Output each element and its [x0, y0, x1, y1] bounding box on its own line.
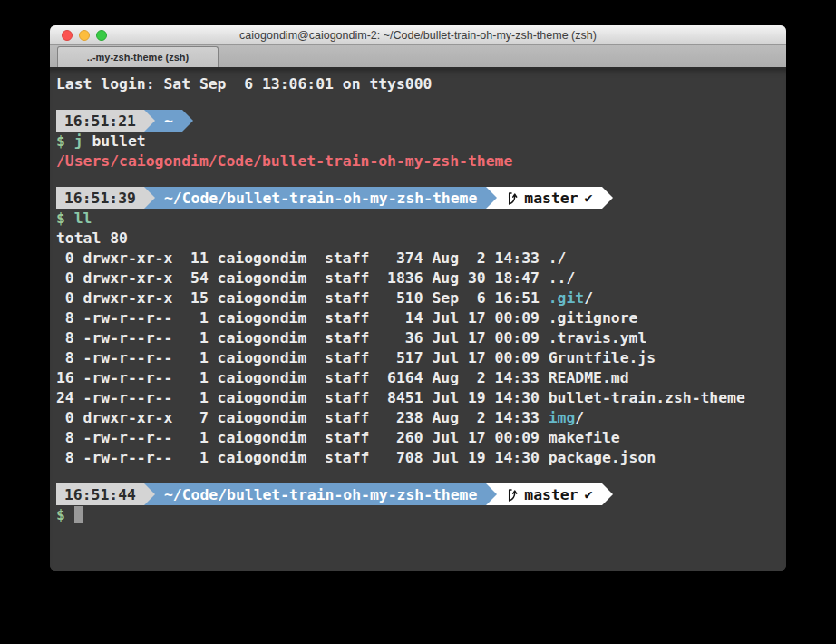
terminal-window: caiogondim@caiogondim-2: ~/Code/bullet-t… — [50, 25, 786, 571]
terminal-screen[interactable]: Last login: Sat Sep 6 13:06:01 on ttys00… — [50, 69, 786, 571]
powerline-arrow-icon — [486, 187, 497, 209]
prompt-char: $ — [56, 132, 65, 150]
close-button-icon[interactable] — [62, 30, 73, 41]
file-name: img — [549, 409, 576, 426]
file-row: 0 drwxr-xr-x 15 caiogondim staff 510 Sep… — [56, 288, 786, 308]
file-meta: 0 drwxr-xr-x 7 caiogondim staff 238 Aug … — [56, 409, 549, 426]
title-bar[interactable]: caiogondim@caiogondim-2: ~/Code/bullet-t… — [50, 25, 786, 45]
prompt-time: 16:51:44 — [64, 486, 136, 503]
git-branch-name: master — [524, 486, 578, 503]
file-meta: 8 -rw-r--r-- 1 caiogondim staff 36 Jul 1… — [56, 329, 549, 346]
file-row: 16 -rw-r--r-- 1 caiogondim staff 6164 Au… — [56, 368, 786, 388]
zoom-button-icon[interactable] — [96, 30, 107, 41]
file-row: 8 -rw-r--r-- 1 caiogondim staff 517 Jul … — [56, 348, 786, 368]
file-meta: 24 -rw-r--r-- 1 caiogondim staff 8451 Ju… — [56, 389, 549, 406]
shell-prompt: 16:51:39 ~/Code/bullet-train-oh-my-zsh-t… — [56, 187, 786, 209]
file-name: bullet-train.zsh-theme — [549, 389, 745, 406]
file-meta: 8 -rw-r--r-- 1 caiogondim staff 708 Jul … — [56, 449, 549, 466]
file-meta: 0 drwxr-xr-x 54 caiogondim staff 1836 Au… — [56, 269, 549, 287]
last-login-line: Last login: Sat Sep 6 13:06:01 on ttys00… — [56, 74, 786, 94]
minimize-button-icon[interactable] — [79, 30, 90, 41]
powerline-arrow-icon — [182, 110, 193, 132]
file-name: .git — [549, 289, 584, 307]
file-name: .travis.yml — [549, 329, 647, 346]
file-name: README.md — [549, 369, 629, 386]
tab-label: ..-my-zsh-theme (zsh) — [87, 52, 189, 63]
prompt-dir-segment: ~ — [155, 110, 182, 132]
powerline-arrow-icon — [144, 483, 155, 505]
shell-prompt: 16:51:21 ~ — [56, 110, 786, 132]
file-meta: 8 -rw-r--r-- 1 caiogondim staff 260 Jul … — [56, 429, 549, 446]
prompt-dir: ~/Code/bullet-train-oh-my-zsh-theme — [164, 486, 477, 503]
file-row: 0 drwxr-xr-x 54 caiogondim staff 1836 Au… — [56, 268, 786, 288]
git-branch-icon — [506, 487, 518, 503]
command-text: ll — [65, 210, 92, 227]
prompt-time: 16:51:21 — [64, 112, 136, 130]
git-clean-check-icon: ✔ — [585, 486, 593, 503]
prompt-time: 16:51:39 — [64, 190, 136, 207]
window-title: caiogondim@caiogondim-2: ~/Code/bullet-t… — [239, 29, 597, 42]
total-line: total 80 — [56, 229, 786, 249]
git-branch-name: master — [524, 190, 578, 207]
prompt-char: $ — [56, 506, 65, 523]
file-meta: 0 drwxr-xr-x 11 caiogondim staff 374 Aug… — [56, 249, 549, 267]
file-meta: 8 -rw-r--r-- 1 caiogondim staff 517 Jul … — [56, 349, 549, 366]
text-cursor — [74, 506, 83, 523]
file-row: 8 -rw-r--r-- 1 caiogondim staff 14 Jul 1… — [56, 308, 786, 328]
command-line: $ ll — [56, 209, 786, 229]
prompt-git-segment: master ✔ — [497, 187, 601, 209]
tab-bar: ..-my-zsh-theme (zsh) — [50, 45, 786, 69]
prompt-dir: ~/Code/bullet-train-oh-my-zsh-theme — [164, 190, 477, 207]
traffic-lights — [62, 25, 107, 44]
prompt-char: $ — [56, 210, 65, 227]
file-meta: 0 drwxr-xr-x 15 caiogondim staff 510 Sep… — [56, 289, 549, 307]
file-meta: 8 -rw-r--r-- 1 caiogondim staff 14 Jul 1… — [56, 309, 549, 327]
command-arg: bullet — [83, 132, 146, 150]
shell-prompt: 16:51:44 ~/Code/bullet-train-oh-my-zsh-t… — [56, 483, 786, 505]
file-row: 8 -rw-r--r-- 1 caiogondim staff 36 Jul 1… — [56, 328, 786, 348]
prompt-dir: ~ — [164, 112, 173, 130]
powerline-arrow-icon — [602, 187, 613, 209]
tab-zsh[interactable]: ..-my-zsh-theme (zsh) — [57, 46, 219, 67]
file-row: 0 drwxr-xr-x 11 caiogondim staff 374 Aug… — [56, 249, 786, 268]
file-name: Gruntfile.js — [549, 349, 656, 366]
prompt-git-segment: master ✔ — [497, 483, 601, 505]
file-name: ./ — [549, 249, 567, 267]
file-row: 8 -rw-r--r-- 1 caiogondim staff 708 Jul … — [56, 448, 786, 468]
prompt-time-segment: 16:51:44 — [56, 483, 144, 505]
command-text: j — [65, 132, 83, 150]
command-line: $ j bullet — [56, 132, 786, 151]
output-path-line: /Users/caiogondim/Code/bullet-train-oh-m… — [56, 151, 786, 171]
file-suffix: / — [575, 409, 584, 426]
git-clean-check-icon: ✔ — [585, 190, 593, 206]
input-line[interactable]: $ — [56, 505, 786, 525]
powerline-arrow-icon — [144, 187, 155, 209]
powerline-arrow-icon — [144, 110, 155, 132]
file-row: 0 drwxr-xr-x 7 caiogondim staff 238 Aug … — [56, 408, 786, 428]
file-row: 24 -rw-r--r-- 1 caiogondim staff 8451 Ju… — [56, 388, 786, 408]
powerline-arrow-icon — [602, 483, 613, 505]
powerline-arrow-icon — [486, 483, 497, 505]
prompt-time-segment: 16:51:21 — [56, 110, 144, 132]
file-suffix: / — [584, 289, 593, 307]
file-name: ../ — [549, 269, 576, 287]
file-name: package.json — [549, 449, 656, 466]
file-name: makefile — [549, 429, 620, 446]
file-name: .gitignore — [549, 309, 638, 327]
file-row: 8 -rw-r--r-- 1 caiogondim staff 260 Jul … — [56, 428, 786, 448]
prompt-dir-segment: ~/Code/bullet-train-oh-my-zsh-theme — [155, 187, 486, 209]
git-branch-icon — [506, 190, 518, 206]
prompt-dir-segment: ~/Code/bullet-train-oh-my-zsh-theme — [155, 483, 486, 505]
prompt-time-segment: 16:51:39 — [56, 187, 144, 209]
file-meta: 16 -rw-r--r-- 1 caiogondim staff 6164 Au… — [56, 369, 549, 386]
